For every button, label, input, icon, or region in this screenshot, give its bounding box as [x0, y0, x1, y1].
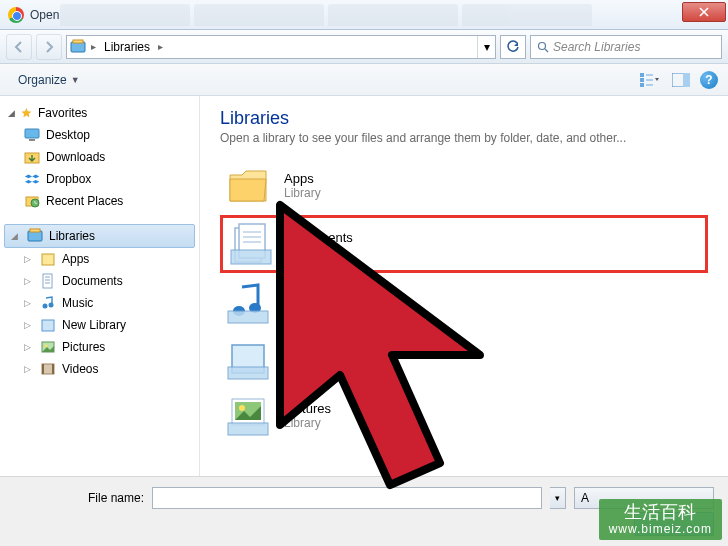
expand-icon: ▷ [24, 276, 34, 286]
expand-icon: ▷ [24, 364, 34, 374]
svg-point-28 [45, 345, 48, 348]
music-library-icon [40, 295, 56, 311]
library-type: Library [284, 304, 321, 318]
chevron-down-icon: ▼ [71, 75, 80, 85]
refresh-button[interactable] [500, 35, 526, 59]
back-arrow-icon [12, 40, 26, 54]
close-button[interactable] [682, 2, 726, 22]
dropbox-icon [24, 171, 40, 187]
navigation-sidebar[interactable]: ◢ ★ Favorites Desktop Downloads Dropbox … [0, 96, 200, 476]
sidebar-item-apps[interactable]: ▷ Apps [0, 248, 199, 270]
new-library-large-icon [226, 337, 270, 381]
library-name: Pictures [284, 401, 331, 416]
library-type: Library [287, 245, 353, 259]
svg-point-25 [49, 303, 54, 308]
sidebar-item-downloads[interactable]: Downloads [0, 146, 199, 168]
sidebar-item-pictures[interactable]: ▷ Pictures [0, 336, 199, 358]
help-button[interactable]: ? [700, 71, 718, 89]
sidebar-group-libraries[interactable]: ◢ Libraries [4, 224, 195, 248]
preview-pane-icon [672, 73, 690, 87]
svg-rect-4 [640, 73, 644, 77]
watermark: 生活百科 www.bimeiz.com [599, 499, 722, 540]
svg-rect-37 [231, 250, 271, 264]
expand-icon: ▷ [24, 254, 34, 264]
svg-rect-5 [640, 78, 644, 82]
forward-button[interactable] [36, 34, 62, 60]
library-type: Library [284, 360, 353, 374]
library-name: Apps [284, 171, 321, 186]
svg-rect-40 [228, 311, 268, 323]
content-subtitle: Open a library to see your files and arr… [220, 131, 708, 145]
svg-point-24 [43, 304, 48, 309]
svg-rect-6 [640, 83, 644, 87]
library-type: Library [284, 186, 321, 200]
search-placeholder: Search Libraries [553, 40, 640, 54]
svg-rect-13 [29, 139, 35, 141]
documents-library-icon [40, 273, 56, 289]
pictures-library-large-icon [226, 393, 270, 437]
sidebar-group-favorites[interactable]: ◢ ★ Favorites [0, 102, 199, 124]
preview-pane-button[interactable] [668, 69, 694, 91]
svg-rect-12 [25, 129, 39, 138]
search-input[interactable]: Search Libraries [530, 35, 722, 59]
sidebar-item-new-library[interactable]: ▷ New Library [0, 314, 199, 336]
sidebar-item-recent-places[interactable]: Recent Places [0, 190, 199, 212]
library-item-music[interactable]: Music Library [220, 277, 708, 329]
library-item-pictures[interactable]: Pictures Library [220, 389, 708, 441]
window-title: Open [30, 8, 59, 22]
apps-folder-icon [226, 163, 270, 207]
content-pane[interactable]: Libraries Open a library to see your fil… [200, 96, 728, 476]
filename-label: File name: [14, 487, 144, 505]
collapse-icon: ◢ [11, 231, 21, 241]
collapse-icon: ◢ [8, 108, 18, 118]
organize-button[interactable]: Organize ▼ [10, 69, 88, 91]
library-item-apps[interactable]: Apps Library [220, 159, 708, 211]
svg-rect-18 [30, 229, 40, 232]
library-type: Library [284, 416, 331, 430]
svg-rect-19 [42, 254, 54, 265]
videos-library-icon [40, 361, 56, 377]
chrome-icon [8, 7, 24, 23]
music-library-large-icon [226, 281, 270, 325]
main-area: ◢ ★ Favorites Desktop Downloads Dropbox … [0, 96, 728, 476]
search-icon [537, 41, 549, 53]
forward-arrow-icon [42, 40, 56, 54]
sidebar-item-dropbox[interactable]: Dropbox [0, 168, 199, 190]
recent-places-icon [24, 193, 40, 209]
view-options-button[interactable] [636, 69, 662, 91]
address-bar-row: ▸ Libraries ▸ ▾ Search Libraries [0, 30, 728, 64]
sidebar-item-desktop[interactable]: Desktop [0, 124, 199, 146]
back-button[interactable] [6, 34, 32, 60]
breadcrumb-dropdown[interactable]: ▾ [477, 36, 495, 58]
chevron-right-icon: ▸ [156, 41, 165, 52]
titlebar: Open [0, 0, 728, 30]
new-library-icon [40, 317, 56, 333]
pictures-library-icon [40, 339, 56, 355]
sidebar-item-documents[interactable]: ▷ Documents [0, 270, 199, 292]
sidebar-item-videos[interactable]: ▷ Videos [0, 358, 199, 380]
svg-point-45 [239, 405, 245, 411]
sidebar-item-music[interactable]: ▷ Music [0, 292, 199, 314]
apps-library-icon [40, 251, 56, 267]
library-item-documents[interactable]: Documents Library [220, 215, 708, 273]
content-heading: Libraries [220, 108, 708, 129]
breadcrumb-libraries[interactable]: Libraries [98, 36, 156, 58]
svg-point-2 [539, 42, 546, 49]
library-name: Music [284, 289, 321, 304]
downloads-icon [24, 149, 40, 165]
svg-rect-11 [683, 73, 690, 87]
svg-line-3 [545, 49, 548, 52]
svg-rect-42 [228, 367, 268, 379]
background-browser-tabs [60, 4, 592, 26]
chevron-right-icon: ▸ [89, 41, 98, 52]
svg-rect-30 [42, 364, 44, 374]
library-item-new-library[interactable]: New Library Library [220, 333, 708, 385]
libraries-icon [67, 36, 89, 58]
desktop-icon [24, 127, 40, 143]
expand-icon: ▷ [24, 320, 34, 330]
filename-history-dropdown[interactable]: ▾ [550, 487, 566, 509]
filename-input[interactable] [152, 487, 542, 509]
view-list-icon [639, 72, 659, 88]
breadcrumb[interactable]: ▸ Libraries ▸ ▾ [66, 35, 496, 59]
documents-library-large-icon [229, 222, 273, 266]
